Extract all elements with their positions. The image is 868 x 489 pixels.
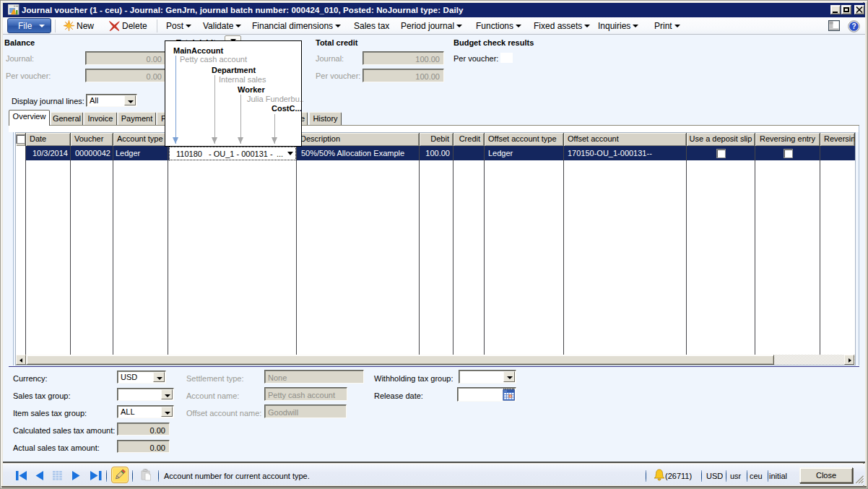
svg-text:?: ? — [851, 22, 856, 30]
